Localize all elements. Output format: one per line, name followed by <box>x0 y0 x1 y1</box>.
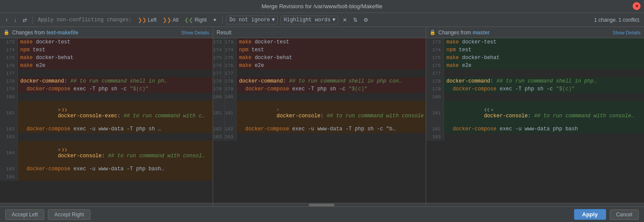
right-scrollbar[interactable] <box>426 203 644 206</box>
highlight-dropdown[interactable]: Highlight words ▼ <box>280 16 338 24</box>
apply-button[interactable]: Apply <box>574 209 606 220</box>
table-row: 183 183 <box>213 133 426 141</box>
accept-right-button[interactable]: Accept Right <box>48 209 90 220</box>
cancel-button[interactable]: Cancel <box>610 209 639 220</box>
toolbar: ↑ ↓ ⇄ Apply non-conflicting changes: ❯❯ … <box>0 13 644 27</box>
table-row: 181 ✕ ❯❯ docker-console-exec: ## to run … <box>0 101 213 125</box>
table-row: 178 docker-command: ## to run commmand s… <box>426 77 644 85</box>
left-panel-header: 🔒 Changes from test-makefile Show Detail… <box>0 27 213 38</box>
right-lock-icon: 🔒 <box>430 30 436 35</box>
sync-scroll-button[interactable]: ⇅ <box>351 16 359 24</box>
table-row: 183 <box>426 133 644 141</box>
table-row: 176 176 make e2e <box>213 62 426 70</box>
table-row: 176 make e2e <box>0 62 213 70</box>
close-x-button[interactable]: ✕ <box>341 16 349 24</box>
right-code-area[interactable]: 173 make docker-test 174 npm test 175 ma… <box>426 38 644 203</box>
left-scrollbar[interactable] <box>0 203 213 206</box>
right-panel-title: Changes from master <box>438 30 490 36</box>
table-row: 175 175 make docker-behat <box>213 54 426 62</box>
table-row: 176 make e2e <box>426 62 644 70</box>
apply-all-button[interactable]: ❯❯ All <box>161 16 180 24</box>
right-panel-header: 🔒 Changes from master Show Details <box>426 27 644 38</box>
table-row: 177 <box>426 70 644 77</box>
conflict-info: 1 change. 1 conflict. <box>594 17 641 23</box>
left-panel-title: Changes from test-makefile <box>12 30 78 36</box>
chevron-down-icon-2: ▼ <box>332 17 335 23</box>
title-bar: Merge Revisions for /var/www/bolt-blog/M… <box>0 0 644 13</box>
apply-right-button[interactable]: ❮❮ Right <box>183 16 208 24</box>
center-panel-title: Result <box>217 30 231 36</box>
separator-2 <box>222 16 223 24</box>
table-row: 179 179 docker-compose exec -T php sh -c… <box>213 85 426 93</box>
reject-icon-2[interactable]: ✕ <box>58 147 61 152</box>
prev-change-button[interactable]: ↑ <box>3 16 10 24</box>
table-row: 183 <box>0 133 213 141</box>
table-row: 186 <box>0 173 213 181</box>
center-code-table: 173 173 make docker-test 174 174 npm tes… <box>213 38 426 141</box>
center-panel-header: Result <box>213 27 426 38</box>
chevron-down-icon: ▼ <box>272 17 275 23</box>
center-panel: Result 173 173 make docker-test 174 174 … <box>213 27 426 206</box>
table-row: 184 ✕ ❯❯ docker-console: ## to run commm… <box>0 141 213 165</box>
table-row: 182 docker-compose exec -u www-data -T p… <box>0 125 213 133</box>
table-row: 185 docker-compose exec -u www-data -T p… <box>0 165 213 173</box>
left-show-details-link[interactable]: Show Details <box>181 30 209 35</box>
center-scrollbar[interactable] <box>213 203 426 206</box>
close-right-icon[interactable]: ✕ <box>491 107 494 113</box>
table-row: 182 182 docker-compose exec -u www-data … <box>213 125 426 133</box>
center-code-area[interactable]: 173 173 make docker-test 174 174 npm tes… <box>213 38 426 203</box>
ignore-dropdown[interactable]: Do not ignore ▼ <box>226 16 278 24</box>
table-row: 174 174 npm test <box>213 46 426 54</box>
table-row: 177 177 <box>213 70 426 77</box>
reject-right-icon[interactable]: ❮❮ <box>484 107 490 113</box>
separator-1 <box>32 16 33 24</box>
table-row: 175 make docker-behat <box>0 54 213 62</box>
table-row: 181 ❮❮ ✕ docker-console: ## to run commm… <box>426 101 644 125</box>
table-row: 174 npm test <box>426 46 644 54</box>
table-row: 182 docker-compose exec -u www-data php … <box>426 125 644 133</box>
table-row: 179 docker-compose exec -T php sh -c "$(… <box>0 85 213 93</box>
right-show-details-link[interactable]: Show Details <box>613 30 641 35</box>
table-row: 180 <box>426 93 644 101</box>
next-change-button[interactable]: ↓ <box>12 16 18 24</box>
table-row: 179 docker-compose exec -T php sh -c "$(… <box>426 85 644 93</box>
conflict-resolve-icon[interactable]: ⚡ <box>277 108 279 113</box>
non-conflicting-label: Apply non-conflicting changes: <box>36 16 133 24</box>
apply-left-button[interactable]: ❯❯ Left <box>136 16 158 24</box>
table-row: 173 173 make docker-test <box>213 38 426 46</box>
table-row: 181 181 ⚡ docker-console: ## to run comm… <box>213 101 426 125</box>
table-row: 174 npm test <box>0 46 213 54</box>
main-area: 🔒 Changes from test-makefile Show Detail… <box>0 27 644 206</box>
table-row: 180 180 <box>213 93 426 101</box>
table-row: 180 <box>0 93 213 101</box>
bottom-bar: Accept Left Accept Right Apply Cancel <box>0 206 644 222</box>
left-lock-icon: 🔒 <box>3 30 10 35</box>
table-row: 178 docker-command: ## to run commmand s… <box>0 77 213 85</box>
dialog-title: Merge Revisions for /var/www/bolt-blog/M… <box>261 3 382 10</box>
close-button[interactable]: ✕ <box>633 2 641 10</box>
table-row: 173 make docker-test <box>426 38 644 46</box>
left-code-table: 173 make docker-test 174 npm test 175 ma… <box>0 38 213 181</box>
accept-icon[interactable]: ❯❯ <box>62 107 67 113</box>
right-code-table: 173 make docker-test 174 npm test 175 ma… <box>426 38 644 141</box>
reject-icon[interactable]: ✕ <box>58 107 61 113</box>
accept-left-button[interactable]: Accept Left <box>5 209 44 220</box>
left-code-area[interactable]: 173 make docker-test 174 npm test 175 ma… <box>0 38 213 203</box>
accept-icon-2[interactable]: ❯❯ <box>62 147 67 152</box>
table-row: 177 <box>0 70 213 77</box>
table-row: 173 make docker-test <box>0 38 213 46</box>
table-row: 178 178 docker-command: ## to run commma… <box>213 77 426 85</box>
magic-wand-button[interactable]: ✦ <box>211 16 219 24</box>
swap-sides-button[interactable]: ⇄ <box>21 16 29 24</box>
settings-button[interactable]: ⚙ <box>362 16 370 24</box>
right-panel: 🔒 Changes from master Show Details 173 m… <box>426 27 644 206</box>
left-panel: 🔒 Changes from test-makefile Show Detail… <box>0 27 213 206</box>
table-row: 175 make docker-behat <box>426 54 644 62</box>
